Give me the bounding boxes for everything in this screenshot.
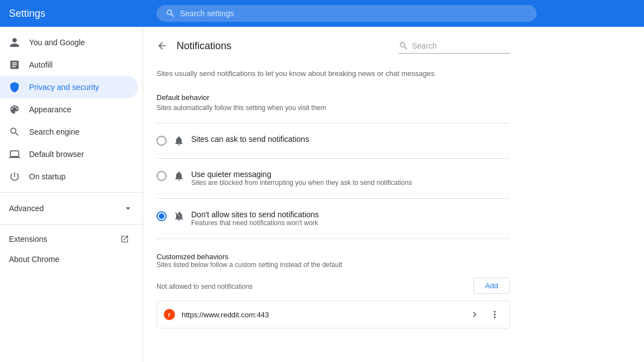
- sidebar-item-appearance[interactable]: Appearance: [0, 98, 138, 121]
- default-behavior-title: Default behavior: [157, 87, 510, 104]
- sidebar-item-you-google[interactable]: You and Google: [0, 31, 138, 54]
- radio-block[interactable]: [157, 211, 167, 221]
- main-layout: You and Google Autofill Privacy and secu…: [0, 27, 644, 362]
- radio-quieter-text: Use quieter messaging Sites are blocked …: [191, 170, 412, 187]
- page-search-bar[interactable]: [399, 39, 510, 54]
- global-search-input[interactable]: [180, 9, 528, 18]
- external-link-icon: [120, 235, 129, 244]
- page-description: Sites usually send notifications to let …: [157, 65, 510, 87]
- bell-quiet-icon: [173, 170, 184, 182]
- site-more-button[interactable]: [487, 307, 503, 322]
- sidebar: You and Google Autofill Privacy and secu…: [0, 27, 143, 362]
- sidebar-label-appearance: Appearance: [29, 105, 72, 114]
- global-search-icon: [165, 8, 176, 18]
- divider-1: [157, 158, 510, 159]
- top-bar: Settings: [0, 0, 644, 27]
- radio-ask-text: Sites can ask to send notifications: [191, 135, 309, 144]
- default-behavior-subtitle: Sites automatically follow this setting …: [157, 104, 510, 118]
- site-row-reddit: r https://www.reddit.com:443: [157, 301, 510, 328]
- sidebar-label-privacy-security: Privacy and security: [29, 83, 99, 92]
- page-search-input[interactable]: [412, 41, 510, 50]
- sidebar-label-default-browser: Default browser: [29, 150, 84, 159]
- sidebar-label-you-google: You and Google: [29, 38, 85, 47]
- sidebar-item-about-chrome[interactable]: About Chrome: [0, 249, 138, 269]
- radio-option-ask[interactable]: Sites can ask to send notifications: [157, 128, 510, 154]
- radio-block-desc: Features that need notifications won't w…: [191, 219, 319, 227]
- not-allowed-row: Not allowed to send notifications Add: [157, 273, 510, 298]
- radio-quieter-desc: Sites are blocked from interrupting you …: [191, 179, 412, 187]
- sidebar-divider-1: [0, 192, 143, 193]
- site-chevron-button[interactable]: [469, 309, 480, 320]
- article-icon: [9, 59, 20, 70]
- sidebar-label-on-startup: On startup: [29, 172, 65, 181]
- sidebar-item-privacy-security[interactable]: Privacy and security: [0, 76, 138, 98]
- sidebar-about-chrome-label: About Chrome: [9, 255, 59, 264]
- sidebar-item-extensions[interactable]: Extensions: [0, 229, 138, 249]
- sidebar-extensions-label: Extensions: [9, 235, 47, 244]
- customized-title: Customized behaviors: [157, 253, 342, 261]
- global-search-bar[interactable]: [157, 5, 537, 22]
- sidebar-label-search-engine: Search engine: [29, 127, 79, 136]
- sidebar-item-search-engine[interactable]: Search engine: [0, 121, 138, 143]
- app-title: Settings: [9, 8, 143, 20]
- page-header: Notifications: [143, 27, 523, 65]
- add-button[interactable]: Add: [473, 278, 510, 294]
- sidebar-label-autofill: Autofill: [29, 60, 53, 69]
- sidebar-item-on-startup[interactable]: On startup: [0, 165, 138, 188]
- sidebar-advanced-label: Advanced: [9, 204, 44, 213]
- sidebar-divider-2: [0, 224, 143, 225]
- radio-ask-label: Sites can ask to send notifications: [191, 135, 309, 144]
- site-favicon-reddit: r: [164, 309, 175, 320]
- sidebar-advanced-toggle[interactable]: Advanced: [0, 197, 143, 220]
- search-icon: [9, 126, 20, 137]
- bell-off-icon: [173, 211, 184, 222]
- content-inner: Notifications Sites usually send notific…: [143, 27, 523, 360]
- not-allowed-label: Not allowed to send notifications: [157, 278, 253, 294]
- radio-ask[interactable]: [157, 136, 167, 146]
- sidebar-item-autofill[interactable]: Autofill: [0, 54, 138, 76]
- site-url-reddit: https://www.reddit.com:443: [182, 311, 462, 319]
- content-area: Notifications Sites usually send notific…: [143, 27, 644, 362]
- divider-top: [157, 123, 510, 123]
- shield-icon: [9, 82, 20, 93]
- bell-icon: [173, 135, 184, 146]
- person-icon: [9, 37, 20, 48]
- page-header-left: Notifications: [152, 36, 231, 56]
- palette-icon: [9, 104, 20, 115]
- customized-subtitle: Sites listed below follow a custom setti…: [157, 261, 342, 269]
- back-button[interactable]: [152, 36, 172, 56]
- radio-block-text: Don't allow sites to send notifications …: [191, 210, 319, 227]
- divider-3: [157, 239, 510, 239]
- power-icon: [9, 171, 20, 182]
- sidebar-item-default-browser[interactable]: Default browser: [0, 143, 138, 165]
- divider-2: [157, 198, 510, 199]
- desktop-icon: [9, 149, 20, 160]
- page-search-icon: [399, 41, 409, 51]
- radio-quieter-label: Use quieter messaging: [191, 170, 412, 179]
- chevron-down-icon: [122, 203, 134, 214]
- radio-block-label: Don't allow sites to send notifications: [191, 210, 319, 219]
- customized-behavior-header: Customized behaviors Sites listed below …: [157, 244, 510, 273]
- page-title: Notifications: [177, 40, 231, 52]
- radio-option-quieter[interactable]: Use quieter messaging Sites are blocked …: [157, 163, 510, 194]
- content-body: Sites usually send notifications to let …: [143, 65, 523, 342]
- radio-quieter[interactable]: [157, 171, 167, 181]
- radio-option-block[interactable]: Don't allow sites to send notifications …: [157, 203, 510, 234]
